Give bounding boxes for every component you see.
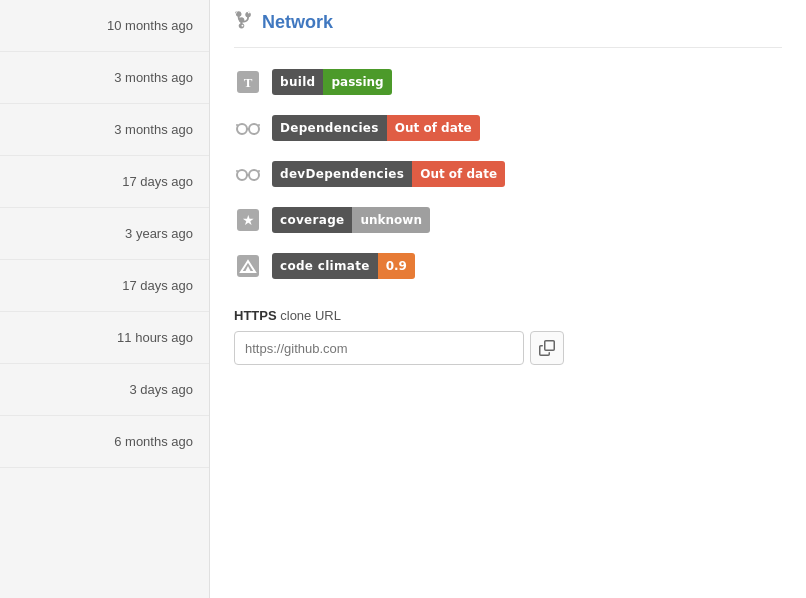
badge-left-text: Dependencies [272, 115, 387, 141]
codeclimate-icon [234, 252, 262, 280]
gemnasium-dev-icon [234, 160, 262, 188]
badge-left-text: code climate [272, 253, 378, 279]
badge-left-text: build [272, 69, 323, 95]
svg-point-3 [249, 124, 259, 134]
copy-clone-url-button[interactable] [530, 331, 564, 365]
clone-section: HTTPS clone URL [234, 308, 782, 365]
badge-row: ★ coverageunknown [234, 206, 782, 234]
badge-pill-4: code climate0.9 [272, 253, 415, 279]
clone-label: HTTPS clone URL [234, 308, 782, 323]
badges-section: T buildpassing DependenciesOut of date d… [234, 68, 782, 280]
badge-pill-3: coverageunknown [272, 207, 430, 233]
sidebar-item: 6 months ago [0, 416, 209, 468]
sidebar-item: 10 months ago [0, 0, 209, 52]
svg-point-8 [249, 170, 259, 180]
badge-right-text: passing [323, 69, 391, 95]
badge-pill-0: buildpassing [272, 69, 392, 95]
badge-row: devDependenciesOut of date [234, 160, 782, 188]
sidebar-item: 11 hours ago [0, 312, 209, 364]
badge-left-text: devDependencies [272, 161, 412, 187]
badge-right-text: unknown [352, 207, 429, 233]
badge-left-text: coverage [272, 207, 352, 233]
badge-right-text: Out of date [412, 161, 505, 187]
badge-row: code climate0.9 [234, 252, 782, 280]
network-link[interactable]: Network [262, 12, 333, 33]
badge-row: T buildpassing [234, 68, 782, 96]
clone-label-bold: HTTPS [234, 308, 277, 323]
badge-pill-2: devDependenciesOut of date [272, 161, 505, 187]
sidebar: 10 months ago3 months ago3 months ago17 … [0, 0, 210, 598]
sidebar-item: 3 months ago [0, 104, 209, 156]
svg-point-7 [237, 170, 247, 180]
sidebar-item: 3 days ago [0, 364, 209, 416]
clone-url-input[interactable] [234, 331, 524, 365]
travis-icon: T [234, 68, 262, 96]
svg-text:T: T [244, 75, 253, 90]
badge-row: DependenciesOut of date [234, 114, 782, 142]
clone-label-rest: clone URL [277, 308, 341, 323]
sidebar-item: 17 days ago [0, 156, 209, 208]
sidebar-item: 3 years ago [0, 208, 209, 260]
badge-right-text: 0.9 [378, 253, 415, 279]
badge-right-text: Out of date [387, 115, 480, 141]
badge-pill-1: DependenciesOut of date [272, 115, 480, 141]
svg-text:★: ★ [242, 212, 255, 228]
gemnasium-icon [234, 114, 262, 142]
git-network-icon [234, 10, 254, 35]
sidebar-item: 17 days ago [0, 260, 209, 312]
clone-input-row [234, 331, 782, 365]
content: Network T buildpassing DependenciesOut o… [210, 0, 806, 598]
coveralls-icon: ★ [234, 206, 262, 234]
sidebar-item: 3 months ago [0, 52, 209, 104]
svg-point-2 [237, 124, 247, 134]
network-header: Network [234, 0, 782, 48]
